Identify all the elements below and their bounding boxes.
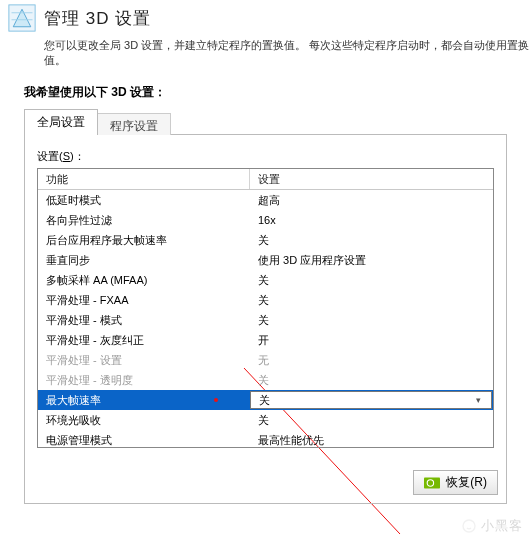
table-row[interactable]: 平滑处理 - 灰度纠正开	[38, 330, 493, 350]
settings-grid[interactable]: 功能 设置 低延时模式超高各向异性过滤16x后台应用程序最大帧速率关垂直同步使用…	[37, 168, 494, 448]
column-value[interactable]: 设置	[250, 169, 493, 189]
row-value: 关	[250, 310, 493, 330]
row-value: 关	[250, 290, 493, 310]
row-value: 关	[250, 270, 493, 290]
row-value-text: 最高性能优先	[258, 430, 324, 448]
watermark: 小黑客	[461, 517, 523, 535]
row-value: 关	[250, 370, 493, 390]
row-value-text: 使用 3D 应用程序设置	[258, 250, 366, 270]
row-value: 使用 3D 应用程序设置	[250, 250, 493, 270]
table-row[interactable]: 环境光吸收关	[38, 410, 493, 430]
row-value: 超高	[250, 190, 493, 210]
row-feature: 环境光吸收	[38, 410, 250, 430]
row-value-text: 关	[258, 370, 269, 390]
svg-point-7	[463, 520, 475, 532]
page-title: 管理 3D 设置	[44, 7, 151, 30]
row-feature: 低延时模式	[38, 190, 250, 210]
row-value-text: 开	[258, 330, 269, 350]
svg-rect-4	[424, 477, 440, 488]
row-value-text: 无	[258, 350, 269, 370]
settings-label: 设置(S)：	[37, 149, 494, 164]
row-value-text: 关	[259, 391, 270, 409]
tab-container: 全局设置 程序设置 设置(S)： 功能 设置 低延时模式超高各向异性过滤16x后…	[24, 109, 507, 504]
row-value-text: 关	[258, 290, 269, 310]
row-feature: 垂直同步	[38, 250, 250, 270]
table-row[interactable]: 低延时模式超高	[38, 190, 493, 210]
row-value-text: 16x	[258, 210, 276, 230]
row-feature: 平滑处理 - 透明度	[38, 370, 250, 390]
grid-body: 低延时模式超高各向异性过滤16x后台应用程序最大帧速率关垂直同步使用 3D 应用…	[38, 190, 493, 448]
row-value-text: 超高	[258, 190, 280, 210]
table-row[interactable]: 最大帧速率关▾	[38, 390, 493, 410]
restore-button[interactable]: 恢复(R)	[413, 470, 498, 495]
settings-label-suffix: )：	[70, 150, 85, 162]
tab-global-settings[interactable]: 全局设置	[24, 109, 98, 135]
table-row[interactable]: 电源管理模式最高性能优先	[38, 430, 493, 448]
page-description: 您可以更改全局 3D 设置，并建立特定程序的置换值。 每次这些特定程序启动时，都…	[0, 34, 531, 84]
row-value-text: 关	[258, 410, 269, 430]
row-feature: 最大帧速率	[38, 390, 250, 410]
row-feature: 平滑处理 - FXAA	[38, 290, 250, 310]
row-value[interactable]: 关▾	[250, 391, 492, 409]
section-label: 我希望使用以下 3D 设置：	[0, 84, 531, 109]
table-row[interactable]: 平滑处理 - 设置无	[38, 350, 493, 370]
chevron-down-icon[interactable]: ▾	[476, 391, 481, 409]
row-value: 最高性能优先	[250, 430, 493, 448]
tab-panel-global: 设置(S)： 功能 设置 低延时模式超高各向异性过滤16x后台应用程序最大帧速率…	[24, 134, 507, 504]
row-value-text: 关	[258, 230, 269, 250]
settings-label-key: S	[63, 150, 70, 162]
restore-label: 恢复(R)	[446, 474, 487, 491]
table-row[interactable]: 平滑处理 - 模式关	[38, 310, 493, 330]
row-feature: 电源管理模式	[38, 430, 250, 448]
row-value: 关	[250, 410, 493, 430]
tab-program-settings[interactable]: 程序设置	[98, 113, 171, 135]
header: 管理 3D 设置	[0, 0, 531, 34]
grid-header: 功能 设置	[38, 169, 493, 190]
row-value: 16x	[250, 210, 493, 230]
watermark-text: 小黑客	[481, 517, 523, 535]
table-row[interactable]: 平滑处理 - FXAA关	[38, 290, 493, 310]
row-feature: 平滑处理 - 模式	[38, 310, 250, 330]
row-feature: 平滑处理 - 设置	[38, 350, 250, 370]
table-row[interactable]: 各向异性过滤16x	[38, 210, 493, 230]
tab-strip: 全局设置 程序设置	[24, 109, 507, 135]
column-feature[interactable]: 功能	[38, 169, 250, 189]
footer-bar: 恢复(R)	[413, 470, 498, 495]
row-value-text: 关	[258, 270, 269, 290]
row-feature: 多帧采样 AA (MFAA)	[38, 270, 250, 290]
row-value: 无	[250, 350, 493, 370]
row-value: 开	[250, 330, 493, 350]
row-feature: 后台应用程序最大帧速率	[38, 230, 250, 250]
row-feature: 各向异性过滤	[38, 210, 250, 230]
row-value: 关	[250, 230, 493, 250]
table-row[interactable]: 垂直同步使用 3D 应用程序设置	[38, 250, 493, 270]
nvidia-icon	[424, 477, 440, 489]
table-row[interactable]: 多帧采样 AA (MFAA)关	[38, 270, 493, 290]
app-icon	[8, 4, 36, 32]
settings-label-prefix: 设置(	[37, 150, 63, 162]
row-feature: 平滑处理 - 灰度纠正	[38, 330, 250, 350]
indicator-dot	[214, 398, 218, 402]
table-row[interactable]: 平滑处理 - 透明度关	[38, 370, 493, 390]
row-value-text: 关	[258, 310, 269, 330]
table-row[interactable]: 后台应用程序最大帧速率关	[38, 230, 493, 250]
